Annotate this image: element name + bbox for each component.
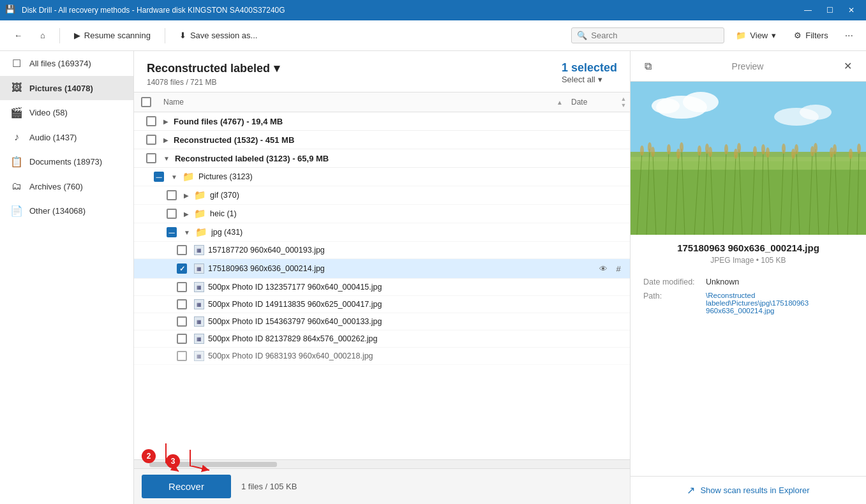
view-button[interactable]: 📁 View ▾ — [729, 27, 782, 44]
file-6-checkbox[interactable] — [177, 334, 187, 344]
jpg-folder-checkbox[interactable] — [167, 227, 177, 237]
file-4-checkbox[interactable] — [177, 299, 187, 309]
file-row-5[interactable]: ▦ 500px Photo ID 154363797 960x640_00013… — [134, 313, 630, 330]
other-icon: 📄 — [10, 205, 23, 217]
folder-heic[interactable]: ▶ 📁 heic (1) — [134, 205, 630, 223]
save-session-button[interactable]: ⬇ Save session as... — [173, 27, 264, 44]
main-layout: ☐ All files (169374) 🖼 Pictures (14078) … — [0, 51, 866, 504]
column-date[interactable]: Date — [566, 95, 617, 109]
bottom-bar: 2 3 — [134, 468, 630, 504]
home-button[interactable]: ⌂ — [34, 27, 52, 44]
file-row-1[interactable]: ▦ 157187720 960x640_000193.jpg — [134, 242, 630, 259]
preview-image — [631, 82, 866, 235]
annotation-badge-3: 3 — [166, 454, 180, 468]
group-reconstructed[interactable]: ▶ Reconstructed (1532) - 451 MB — [134, 131, 630, 149]
file-row-4[interactable]: ▦ 500px Photo ID 149113835 960x625_00041… — [134, 296, 630, 313]
file-4-name: ▦ 500px Photo ID 149113835 960x625_00041… — [194, 299, 625, 309]
reconstructed-labeled-name: ▼ Reconstructed labeled (3123) - 65,9 MB — [163, 154, 625, 163]
file-5-checkbox[interactable] — [177, 316, 187, 327]
heic-folder-checkbox[interactable] — [167, 209, 177, 219]
file-2-check[interactable] — [170, 263, 194, 274]
reconstructed-labeled-checkbox[interactable] — [146, 153, 156, 163]
file-3-checkbox[interactable] — [177, 282, 187, 292]
minimize-button[interactable]: — — [798, 3, 817, 17]
sidebar-item-pictures[interactable]: 🖼 Pictures (14078) — [0, 76, 133, 100]
svg-point-48 — [782, 144, 786, 154]
reconstructed-checkbox[interactable] — [146, 135, 156, 145]
preview-image-svg — [631, 82, 866, 235]
svg-point-42 — [724, 144, 728, 154]
file-row-2[interactable]: ▦ 175180963 960x636_000214.jpg 👁 # 1 — [134, 259, 630, 279]
show-explorer-button[interactable]: ↗ Show scan results in Explorer — [687, 484, 809, 496]
folder-gif[interactable]: ▶ 📁 gif (370) — [134, 186, 630, 205]
preview-date-label: Date modified: — [643, 278, 701, 286]
scroll-down-icon[interactable]: ▼ — [621, 102, 627, 108]
file-5-check[interactable] — [170, 316, 194, 327]
explorer-icon: ↗ — [687, 484, 695, 496]
file-2-preview-btn[interactable]: 👁 — [597, 262, 609, 275]
search-box: 🔍 — [571, 27, 724, 43]
group-found-files[interactable]: ▶ Found files (4767) - 19,4 MB — [134, 112, 630, 131]
select-all-chevron-icon: ▾ — [598, 75, 602, 84]
back-button[interactable]: ← — [8, 27, 29, 44]
file-6-check[interactable] — [170, 334, 194, 344]
file-1-check[interactable] — [170, 245, 194, 255]
file-2-name: ▦ 175180963 960x636_000214.jpg — [194, 263, 594, 274]
file-7-check[interactable] — [170, 351, 194, 361]
recover-button[interactable]: Recover — [142, 475, 231, 498]
sidebar-item-video[interactable]: 🎬 Video (58) — [0, 100, 133, 125]
svg-point-2 — [683, 92, 719, 112]
select-all-button[interactable]: Select all ▾ — [562, 75, 602, 84]
file-row-7[interactable]: ▦ 500px Photo ID 9683193 960x640_000218.… — [134, 348, 630, 365]
file-list-scroll[interactable]: ▶ Found files (4767) - 19,4 MB ▶ Reconst… — [134, 112, 630, 459]
group-reconstructed-labeled[interactable]: ▼ Reconstructed labeled (3123) - 65,9 MB — [134, 149, 630, 168]
preview-path-row: Path: \Reconstructed labeled\Pictures\jp… — [643, 292, 853, 315]
svg-point-55 — [849, 149, 853, 159]
title-chevron-icon: ▾ — [274, 61, 280, 75]
file-7-checkbox[interactable] — [177, 351, 187, 361]
folder-jpg[interactable]: ▼ 📁 jpg (431) — [134, 223, 630, 242]
gif-folder-check[interactable] — [160, 190, 184, 200]
more-options-button[interactable]: ··· — [840, 27, 858, 44]
sidebar-item-archives[interactable]: 🗂 Archives (760) — [0, 174, 133, 198]
file-row-3[interactable]: ▦ 500px Photo ID 132357177 960x640_00041… — [134, 279, 630, 296]
sidebar-item-other[interactable]: 📄 Other (134068) — [0, 198, 133, 223]
app-icon: 💾 — [5, 4, 17, 16]
sidebar-item-all-files[interactable]: ☐ All files (169374) — [0, 51, 133, 76]
sidebar-label-documents: Documents (18973) — [29, 157, 123, 167]
gif-folder-checkbox[interactable] — [167, 190, 177, 200]
search-input[interactable] — [591, 31, 706, 40]
annotation-badge-2: 2 — [142, 449, 156, 463]
pictures-folder-chevron-icon: ▼ — [171, 174, 177, 181]
close-button[interactable]: ✕ — [842, 3, 861, 17]
file-row-6[interactable]: ▦ 500px Photo ID 82137829 864x576_000262… — [134, 330, 630, 348]
filters-button[interactable]: ⚙ Filters — [788, 27, 834, 44]
sidebar-item-audio[interactable]: ♪ Audio (1437) — [0, 125, 133, 149]
preview-copy-button[interactable]: ⧉ — [641, 58, 655, 75]
file-3-check[interactable] — [170, 282, 194, 292]
pictures-folder-checkbox[interactable] — [154, 172, 164, 182]
found-files-check[interactable] — [139, 116, 163, 126]
file-4-check[interactable] — [170, 299, 194, 309]
heic-folder-check[interactable] — [160, 209, 184, 219]
resume-scanning-button[interactable]: ▶ Resume scanning — [68, 27, 157, 44]
content-title[interactable]: Reconstructed labeled ▾ — [147, 61, 280, 75]
preview-close-button[interactable]: ✕ — [840, 57, 856, 75]
file-2-hash-btn[interactable]: # — [612, 262, 625, 275]
pictures-folder-check[interactable] — [147, 172, 171, 182]
jpg-folder-check[interactable] — [160, 227, 184, 237]
reconstructed-labeled-chevron-icon: ▼ — [163, 155, 170, 162]
found-files-checkbox[interactable] — [146, 116, 156, 126]
file-1-checkbox[interactable] — [177, 245, 187, 255]
sidebar-item-documents[interactable]: 📋 Documents (18973) — [0, 149, 133, 174]
header-checkbox[interactable] — [141, 97, 151, 107]
heic-folder-chevron-icon: ▶ — [184, 211, 189, 218]
reconstructed-check[interactable] — [139, 135, 163, 145]
scroll-up-icon[interactable]: ▲ — [621, 96, 627, 102]
file-2-checkbox[interactable] — [177, 263, 187, 274]
download-icon: ⬇ — [179, 31, 186, 40]
reconstructed-labeled-check[interactable] — [139, 153, 163, 163]
maximize-button[interactable]: ☐ — [820, 3, 839, 17]
folder-pictures[interactable]: ▼ 📁 Pictures (3123) — [134, 168, 630, 186]
column-name[interactable]: Name — [158, 95, 553, 109]
